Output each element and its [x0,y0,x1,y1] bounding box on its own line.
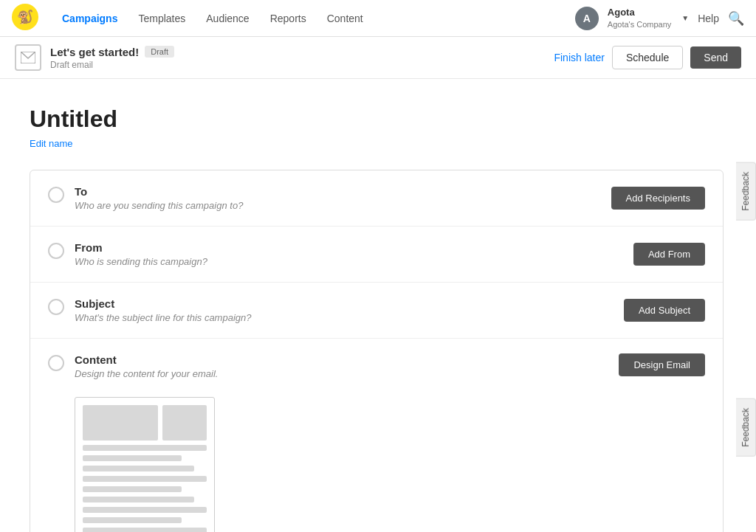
from-section-left: From Who is sending this campaign? [48,241,207,267]
user-company: Agota's Company [608,19,671,30]
preview-line-2 [83,455,182,461]
content-section: Content Design the content for your emai… [30,339,723,532]
content-section-text: Content Design the content for your emai… [75,353,218,379]
preview-line-4 [83,476,207,482]
finish-later-button[interactable]: Finish later [554,52,604,63]
schedule-button[interactable]: Schedule [612,46,683,69]
content-label: Content [75,353,218,366]
preview-line-3 [83,466,194,471]
draft-email-icon [15,44,41,71]
nav-link-audience[interactable]: Audience [197,8,258,29]
subject-desc: What's the subject line for this campaig… [75,312,252,323]
from-section-text: From Who is sending this campaign? [75,241,207,267]
email-preview [75,397,215,532]
nav-link-reports[interactable]: Reports [261,8,315,29]
preview-line-1 [83,445,207,451]
content-section-body [30,379,723,532]
edit-name-link[interactable]: Edit name [30,138,73,149]
send-button[interactable]: Send [690,46,741,69]
preview-line-9 [83,528,207,532]
nav-right: A Agota Agota's Company ▼ Help 🔍 [575,7,744,30]
preview-line-8 [83,517,182,523]
svg-text:🐒: 🐒 [17,9,34,25]
preview-header [83,405,207,441]
from-check-icon [48,243,64,259]
to-check-icon [48,187,64,203]
draft-subtitle: Draft email [50,60,174,70]
add-subject-button[interactable]: Add Subject [624,299,705,322]
draft-info: Let's get started! Draft Draft email [50,46,174,70]
nav-logo[interactable]: 🐒 [12,4,38,32]
preview-image-left [83,405,158,441]
draft-title: Let's get started! [50,46,139,58]
feedback-tab-top[interactable]: Feedback [736,162,756,221]
subject-check-icon [48,299,64,315]
envelope-icon [21,52,35,63]
subject-section-text: Subject What's the subject line for this… [75,297,252,323]
top-nav: 🐒 Campaigns Templates Audience Reports C… [0,0,756,37]
content-section-left: Content Design the content for your emai… [48,353,218,379]
mailchimp-logo-icon: 🐒 [12,4,38,30]
nav-link-templates[interactable]: Templates [129,8,194,29]
to-section: To Who are you sending this campaign to?… [30,170,723,227]
campaign-card: To Who are you sending this campaign to?… [30,170,724,532]
add-recipients-button[interactable]: Add Recipients [611,187,705,210]
sub-header: Let's get started! Draft Draft email Fin… [0,37,756,79]
content-desc: Design the content for your email. [75,368,218,379]
chevron-down-icon[interactable]: ▼ [681,14,689,22]
preview-line-6 [83,497,194,502]
user-name: Agota [608,7,671,19]
design-email-button[interactable]: Design Email [619,353,705,376]
nav-link-content[interactable]: Content [318,8,372,29]
help-link[interactable]: Help [698,13,719,24]
subject-label: Subject [75,297,252,310]
subject-section: Subject What's the subject line for this… [30,283,723,339]
search-icon[interactable]: 🔍 [728,10,744,27]
to-desc: Who are you sending this campaign to? [75,200,243,211]
content-check-icon [48,355,64,371]
draft-badge: Draft [145,46,174,58]
sub-header-left: Let's get started! Draft Draft email [15,44,174,71]
to-label: To [75,185,243,198]
to-section-text: To Who are you sending this campaign to? [75,185,243,211]
subject-section-left: Subject What's the subject line for this… [48,297,252,323]
preview-image-right [162,405,207,441]
add-from-button[interactable]: Add From [633,243,705,266]
from-section: From Who is sending this campaign? Add F… [30,227,723,283]
nav-links: Campaigns Templates Audience Reports Con… [53,8,575,29]
from-label: From [75,241,207,254]
preview-line-7 [83,507,207,513]
main-content: Untitled Edit name To Who are you sendin… [0,79,756,532]
nav-link-campaigns[interactable]: Campaigns [53,8,126,29]
sub-header-right: Finish later Schedule Send [554,46,741,69]
user-info: Agota Agota's Company [608,7,671,30]
avatar[interactable]: A [575,7,599,30]
from-desc: Who is sending this campaign? [75,256,207,267]
feedback-tab-bottom[interactable]: Feedback [736,398,756,457]
campaign-title: Untitled [30,106,726,133]
preview-line-5 [83,486,182,492]
to-section-left: To Who are you sending this campaign to? [48,185,243,211]
content-row: Content Design the content for your emai… [30,339,723,379]
